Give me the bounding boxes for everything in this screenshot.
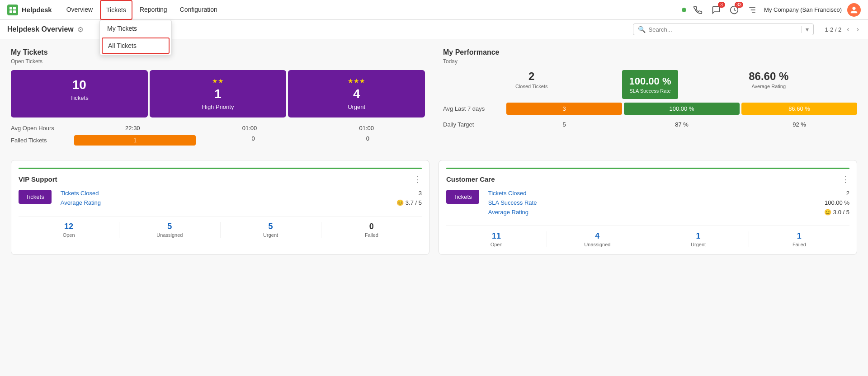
settings-icon-btn[interactable] <box>746 4 759 16</box>
svg-rect-2 <box>9 10 12 13</box>
vip-card-footer: 12 Open 5 Unassigned 5 Urgent 0 Failed <box>19 216 422 238</box>
nav-tickets[interactable]: Tickets <box>100 0 132 20</box>
vip-failed-value[interactable]: 0 <box>321 222 422 231</box>
avg-open-hours-values: 22:30 01:00 01:00 <box>74 125 425 132</box>
performance-today-cards: 2 Closed Tickets 100.00 % SLA Success Ra… <box>443 70 857 99</box>
high-priority-card[interactable]: ★★ 1 High Priority <box>150 70 287 118</box>
search-icon: 🔍 <box>638 26 646 33</box>
cc-unassigned-stat: 4 Unassigned <box>547 231 648 247</box>
messages-badge: 3 <box>718 2 725 8</box>
search-container: 🔍 ▾ <box>633 24 814 35</box>
search-box: 🔍 ▾ <box>633 24 814 35</box>
avg-rating-today-label: Average Rating <box>680 84 857 89</box>
avg-7days-label: Avg Last 7 days <box>443 105 506 112</box>
vip-green-bar <box>19 168 422 169</box>
vip-open-value[interactable]: 12 <box>19 222 119 231</box>
top-navigation: Helpdesk Overview Tickets Reporting Conf… <box>0 0 868 20</box>
cc-menu-icon[interactable]: ⋮ <box>841 174 849 184</box>
sla-rate-card[interactable]: 100.00 % SLA Success Rate <box>622 70 679 99</box>
tickets-total-card[interactable]: 10 Tickets <box>11 70 148 118</box>
closed-tickets-card[interactable]: 2 Closed Tickets <box>443 70 620 99</box>
search-input[interactable] <box>648 26 802 33</box>
vip-tickets-closed-value: 3 <box>419 190 422 197</box>
cc-stats: Tickets Closed 2 SLA Success Rate 100.00… <box>488 190 849 218</box>
vip-tickets-button[interactable]: Tickets <box>19 190 52 204</box>
failed-tickets-val-0[interactable]: 1 <box>74 135 196 146</box>
urgent-card[interactable]: ★★★ 4 Urgent <box>288 70 425 118</box>
vip-urgent-value[interactable]: 5 <box>221 222 321 231</box>
messages-icon-btn[interactable]: 3 <box>710 4 722 16</box>
prev-page-btn[interactable]: ‹ <box>845 24 851 34</box>
urgent-stars: ★★★ <box>297 77 416 85</box>
closed-tickets-value: 2 <box>443 70 620 83</box>
avg-7days-sla[interactable]: 100.00 % <box>624 103 740 115</box>
vip-menu-icon[interactable]: ⋮ <box>414 174 422 184</box>
cc-urgent-value[interactable]: 1 <box>648 231 749 241</box>
high-priority-stars: ★★ <box>159 77 278 85</box>
tickets-total-value: 10 <box>20 77 139 93</box>
avg-open-hours-val-0: 22:30 <box>74 125 191 132</box>
phone-icon-btn[interactable] <box>692 4 704 16</box>
company-name[interactable]: My Company (San Francisco) <box>764 6 842 13</box>
cc-avg-rating-label: Average Rating <box>488 209 528 216</box>
next-page-btn[interactable]: › <box>855 24 861 34</box>
avg-7days-rating[interactable]: 86.60 % <box>741 103 857 115</box>
team-cards: VIP Support ⋮ Tickets Tickets Closed 3 A… <box>11 160 857 255</box>
page-title: Helpdesk Overview <box>7 25 74 33</box>
daily-target-label: Daily Target <box>443 121 506 128</box>
daily-target-row: Daily Target 5 87 % 92 % <box>443 118 857 131</box>
cc-sla-label: SLA Success Rate <box>488 199 537 206</box>
activity-icon-btn[interactable]: 33 <box>728 4 741 16</box>
svg-rect-1 <box>13 7 16 9</box>
settings-gear-icon[interactable]: ⚙ <box>77 25 84 34</box>
user-avatar[interactable] <box>847 3 861 17</box>
avg-rating-today-card[interactable]: 86.60 % Average Rating <box>680 70 857 99</box>
cc-failed-stat: 1 Failed <box>749 231 849 247</box>
nav-overview[interactable]: Overview <box>61 0 98 20</box>
cc-tickets-button[interactable]: Tickets <box>446 190 479 204</box>
nav-reporting[interactable]: Reporting <box>134 0 173 20</box>
vip-unassigned-label: Unassigned <box>119 232 220 238</box>
vip-failed-label: Failed <box>321 232 422 238</box>
search-dropdown-icon[interactable]: ▾ <box>802 26 809 33</box>
failed-tickets-row: Failed Tickets 1 0 0 <box>11 135 425 146</box>
cc-card-title: Customer Care <box>446 175 495 183</box>
activity-badge: 33 <box>735 2 743 8</box>
main-content: My Tickets Open Tickets 10 Tickets ★★ 1 … <box>0 39 868 264</box>
avg-7days-closed[interactable]: 3 <box>506 103 622 115</box>
vip-failed-stat: 0 Failed <box>321 222 422 238</box>
cc-sla-row: SLA Success Rate 100.00 % <box>488 199 849 206</box>
cc-unassigned-value[interactable]: 4 <box>547 231 647 241</box>
top-stats-grid: My Tickets Open Tickets 10 Tickets ★★ 1 … <box>11 48 857 149</box>
cc-avg-rating-row: Average Rating 😐 3.0 / 5 <box>488 209 849 216</box>
my-tickets-option[interactable]: My Tickets <box>100 20 171 37</box>
vip-avg-rating-row: Average Rating 😊 3.7 / 5 <box>61 199 422 206</box>
app-logo[interactable]: Helpdesk <box>7 5 52 15</box>
my-tickets-cards: 10 Tickets ★★ 1 High Priority ★★★ 4 Urge… <box>11 70 425 118</box>
nav-configuration[interactable]: Configuration <box>175 0 223 20</box>
cc-urgent-label: Urgent <box>648 242 749 247</box>
cc-urgent-stat: 1 Urgent <box>648 231 749 247</box>
avg-open-hours-row: Avg Open Hours 22:30 01:00 01:00 <box>11 125 425 132</box>
cc-card-footer: 11 Open 4 Unassigned 1 Urgent 1 Failed <box>446 226 849 247</box>
avg-rating-today-value: 86.60 % <box>680 70 857 83</box>
tickets-dropdown: My Tickets All Tickets <box>99 20 172 55</box>
cc-open-value[interactable]: 11 <box>446 231 547 241</box>
closed-tickets-label: Closed Tickets <box>443 84 620 89</box>
vip-open-label: Open <box>19 232 119 238</box>
vip-unassigned-stat: 5 Unassigned <box>119 222 220 238</box>
high-priority-value: 1 <box>159 86 278 102</box>
failed-tickets-val-1: 0 <box>196 135 310 146</box>
daily-target-values: 5 87 % 92 % <box>506 118 857 131</box>
my-tickets-section: My Tickets Open Tickets 10 Tickets ★★ 1 … <box>11 48 425 149</box>
avg-7days-row: Avg Last 7 days 3 100.00 % 86.60 % <box>443 103 857 115</box>
cc-unassigned-label: Unassigned <box>547 242 647 247</box>
cc-failed-label: Failed <box>749 242 849 247</box>
cc-card-header: Customer Care ⋮ <box>446 174 849 184</box>
vip-unassigned-value[interactable]: 5 <box>119 222 220 231</box>
cc-green-bar <box>446 168 849 169</box>
performance-subtitle: Today <box>443 58 857 65</box>
cc-failed-value[interactable]: 1 <box>749 231 849 241</box>
all-tickets-option[interactable]: All Tickets <box>102 38 170 54</box>
cc-open-stat: 11 Open <box>446 231 547 247</box>
